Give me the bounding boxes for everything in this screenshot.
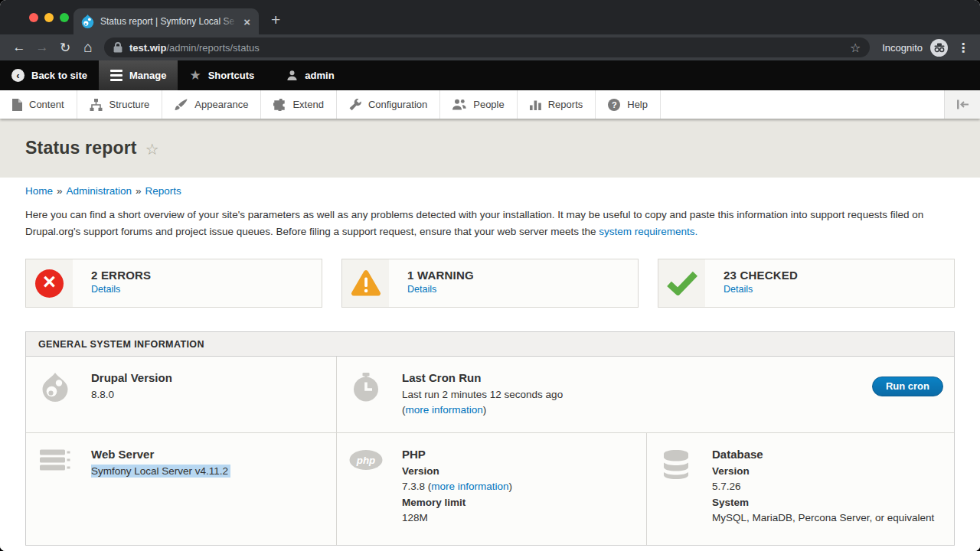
warning-icon xyxy=(351,269,381,297)
browser-window: Status report | Symfony Local Se × + ← →… xyxy=(0,0,980,551)
errors-count: 2 ERRORS xyxy=(91,269,151,282)
warnings-details-link[interactable]: Details xyxy=(407,284,436,295)
paintbrush-icon xyxy=(175,99,188,111)
system-requirements-link[interactable]: system requirements. xyxy=(599,226,697,237)
drupal-version-cell: Drupal Version 8.8.0 xyxy=(26,357,337,432)
section-heading: GENERAL SYSTEM INFORMATION xyxy=(26,332,954,357)
manage-label: Manage xyxy=(129,70,166,81)
checked-details-link[interactable]: Details xyxy=(724,284,753,295)
help-icon: ? xyxy=(608,99,620,111)
admin-user-label: admin xyxy=(305,70,334,81)
menu-item-people[interactable]: People xyxy=(440,90,517,119)
menu-item-configuration[interactable]: Configuration xyxy=(337,90,440,119)
checked-card: 23 CHECKED Details xyxy=(658,259,955,308)
minimize-window-button[interactable] xyxy=(44,13,54,22)
breadcrumb: Home»Administration»Reports xyxy=(25,185,955,197)
url-input[interactable]: test.wip /admin/reports/status ☆ xyxy=(104,37,870,57)
bar-chart-icon xyxy=(530,99,541,110)
back-to-site-icon: ‹ xyxy=(11,69,24,82)
svg-text:php: php xyxy=(356,455,376,466)
menu-item-reports[interactable]: Reports xyxy=(518,90,596,119)
intro-paragraph: Here you can find a short overview of yo… xyxy=(25,207,955,240)
toolbar-collapse-button[interactable] xyxy=(944,90,980,119)
back-to-site-label: Back to site xyxy=(31,70,87,81)
reload-icon[interactable]: ↻ xyxy=(54,40,77,56)
database-system-label: System xyxy=(712,495,934,510)
last-cron-run-title: Last Cron Run xyxy=(402,371,563,384)
drupal-favicon xyxy=(81,15,94,28)
database-title: Database xyxy=(712,448,934,461)
php-memory-label: Memory limit xyxy=(402,495,512,510)
forward-icon[interactable]: → xyxy=(31,40,54,55)
url-host: test.wip xyxy=(129,42,166,54)
people-icon xyxy=(452,99,466,110)
php-version-label: Version xyxy=(402,464,512,479)
maximize-window-button[interactable] xyxy=(60,13,69,22)
drupal-logo-icon xyxy=(41,373,69,402)
php-logo-icon: php xyxy=(349,449,383,471)
drupal-admin-toolbar: ‹ Back to site Manage ★ Shortcuts admin xyxy=(0,60,980,90)
errors-card: × 2 ERRORS Details xyxy=(25,259,322,308)
main-content: Home»Administration»Reports Here you can… xyxy=(0,178,980,551)
incognito-icon xyxy=(930,39,948,57)
cron-more-information-link[interactable]: more information xyxy=(406,404,483,416)
lock-icon[interactable] xyxy=(113,42,122,53)
favorite-star-icon[interactable]: ☆ xyxy=(145,139,159,158)
close-window-button[interactable] xyxy=(29,13,38,22)
browser-tab[interactable]: Status report | Symfony Local Se × xyxy=(74,8,259,34)
menu-item-extend[interactable]: Extend xyxy=(261,90,336,119)
database-version-value: 5.7.26 xyxy=(712,479,934,494)
web-server-value: Symfony Local Server v4.11.2 xyxy=(91,465,230,478)
home-icon[interactable]: ⌂ xyxy=(77,39,100,56)
checked-count: 23 CHECKED xyxy=(724,269,798,282)
new-tab-button[interactable]: + xyxy=(271,2,280,29)
menu-item-help[interactable]: ? Help xyxy=(596,90,661,119)
breadcrumb-reports[interactable]: Reports xyxy=(145,185,181,197)
database-version-label: Version xyxy=(712,464,934,479)
tab-title: Status report | Symfony Local Se xyxy=(100,16,240,27)
page-title: Status report xyxy=(25,138,137,158)
web-server-title: Web Server xyxy=(91,448,230,461)
menu-item-content[interactable]: Content xyxy=(0,90,77,119)
web-server-cell: Web Server Symfony Local Server v4.11.2 xyxy=(26,433,337,545)
error-icon: × xyxy=(35,269,64,298)
database-system-value: MySQL, MariaDB, Percona Server, or equiv… xyxy=(712,510,934,526)
back-to-site-button[interactable]: ‹ Back to site xyxy=(0,60,99,90)
check-icon xyxy=(666,271,698,295)
last-cron-run-cell: Last Cron Run Last run 2 minutes 12 seco… xyxy=(337,357,954,432)
warnings-card: 1 WARNING Details xyxy=(341,259,639,308)
breadcrumb-administration[interactable]: Administration xyxy=(67,185,132,197)
drupal-version-value: 8.8.0 xyxy=(91,387,172,403)
back-icon[interactable]: ← xyxy=(8,40,31,55)
php-more-information-link[interactable]: more information xyxy=(431,481,508,492)
database-cell: Database Version 5.7.26 System MySQL, Ma… xyxy=(647,433,954,545)
manage-tab[interactable]: Manage xyxy=(99,60,178,90)
puzzle-icon xyxy=(273,99,286,111)
php-version-value: 7.3.8 xyxy=(402,481,425,492)
general-system-information-section: GENERAL SYSTEM INFORMATION Drupal Versio… xyxy=(25,331,955,546)
admin-user-tab[interactable]: admin xyxy=(275,60,345,90)
shortcuts-label: Shortcuts xyxy=(208,70,255,81)
menu-item-appearance[interactable]: Appearance xyxy=(162,90,261,119)
tab-strip: Status report | Symfony Local Se × + xyxy=(0,0,980,34)
page-header: Status report ☆ xyxy=(0,119,980,178)
collapse-left-icon xyxy=(956,99,969,109)
server-icon xyxy=(40,449,70,471)
sitemap-icon xyxy=(90,99,103,111)
tab-close-icon[interactable]: × xyxy=(241,15,253,28)
bookmark-star-icon[interactable]: ☆ xyxy=(850,41,861,55)
php-memory-value: 128M xyxy=(402,510,512,526)
run-cron-button[interactable]: Run cron xyxy=(872,377,943,396)
wrench-icon xyxy=(349,99,361,111)
errors-details-link[interactable]: Details xyxy=(91,284,120,295)
shortcuts-tab[interactable]: ★ Shortcuts xyxy=(178,60,266,90)
breadcrumb-home[interactable]: Home xyxy=(25,185,53,197)
menu-item-structure[interactable]: Structure xyxy=(77,90,163,119)
browser-menu-icon[interactable]: ⋮ xyxy=(957,41,969,55)
incognito-label: Incognito xyxy=(882,42,923,54)
admin-menu-bar: Content Structure Appearance Extend xyxy=(0,90,980,119)
user-icon xyxy=(286,70,298,81)
manage-icon xyxy=(110,70,122,81)
cron-clock-icon xyxy=(352,373,380,402)
window-controls xyxy=(0,0,74,34)
